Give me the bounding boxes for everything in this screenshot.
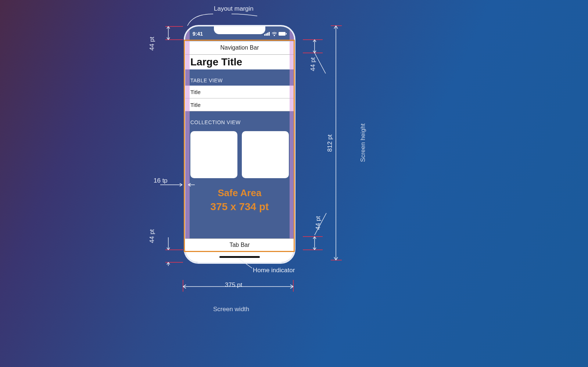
svg-rect-0 (264, 34, 265, 36)
dim-navbar-label: 44 pt (309, 57, 317, 71)
dim-tabbar-label: 44 pt (315, 216, 322, 230)
battery-icon (279, 32, 287, 36)
dim-tabbar (294, 209, 331, 253)
navigation-bar-label: Navigation Bar (220, 44, 259, 51)
svg-rect-2 (267, 33, 268, 36)
dim-home-indicator (162, 234, 184, 267)
layout-margin-right (290, 26, 294, 262)
svg-rect-5 (286, 33, 287, 35)
dim-status-inset-label: 44 pt (148, 37, 156, 51)
phone-frame: 9:41 Navigation Bar Large Title TABLE VI… (184, 25, 295, 264)
table-row: Title (185, 98, 294, 111)
screen-height-label: Screen height (359, 123, 367, 162)
dim-status-inset (162, 25, 184, 47)
dim-side-margin (159, 179, 196, 190)
safe-area-text: Safe Area 375 x 734 pt (185, 187, 294, 213)
notch (214, 26, 265, 34)
screen-width-label: Screen width (213, 306, 249, 313)
layout-margin-left (185, 26, 190, 262)
table-row: Title (185, 86, 294, 98)
svg-rect-4 (279, 32, 286, 36)
safe-area-line2: 375 x 734 pt (185, 201, 294, 213)
safe-area-line1: Safe Area (185, 187, 294, 199)
collection-card (190, 131, 237, 178)
dim-home-indicator-label: 44 pt (148, 229, 156, 243)
dim-screen-width-value: 375 pt (225, 281, 242, 289)
status-time: 9:41 (193, 31, 203, 37)
tab-bar-label: Tab Bar (229, 242, 250, 248)
tab-bar: Tab Bar (185, 238, 294, 251)
navigation-bar: Navigation Bar (185, 41, 294, 55)
large-title-text: Large Title (190, 56, 242, 68)
table-view-header: TABLE VIEW (185, 78, 294, 86)
svg-rect-1 (266, 33, 267, 36)
collection-card (242, 131, 289, 178)
svg-rect-3 (269, 32, 270, 36)
signal-icon (264, 32, 270, 36)
table-row-title: Title (190, 89, 201, 95)
home-indicator-label: Home indicator (253, 267, 295, 274)
wifi-icon (272, 32, 277, 36)
dim-screen-height-value: 812 pt (326, 134, 334, 152)
collection-view-header: COLLECTION VIEW (185, 119, 294, 127)
collection-view (185, 127, 294, 178)
large-title: Large Title (185, 55, 294, 69)
table-row-title: Title (190, 102, 201, 108)
